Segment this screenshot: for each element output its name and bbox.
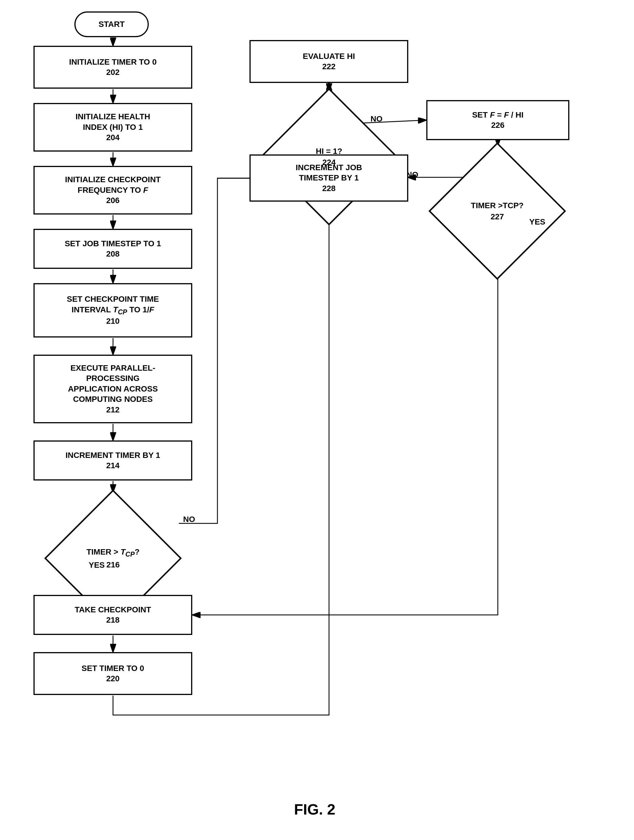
node-227-diamond: TIMER >TCP?227 xyxy=(432,145,563,277)
node-206-label: INITIALIZE CHECKPOINTFREQUENCY TO F206 xyxy=(65,174,161,206)
node-212-label: EXECUTE PARALLEL-PROCESSINGAPPLICATION A… xyxy=(68,363,158,415)
node-210: SET CHECKPOINT TIMEINTERVAL TCP TO 1/F21… xyxy=(33,283,192,338)
node-216-label: TIMER > TCP?216 xyxy=(86,548,140,569)
node-206: INITIALIZE CHECKPOINTFREQUENCY TO F206 xyxy=(33,166,192,215)
node-212: EXECUTE PARALLEL-PROCESSINGAPPLICATION A… xyxy=(33,355,192,423)
fig-caption: FIG. 2 xyxy=(229,801,400,818)
node-208: SET JOB TIMESTEP TO 1208 xyxy=(33,229,192,269)
node-222-label: EVALUATE HI222 xyxy=(303,51,355,72)
node-220: SET TIMER TO 0220 xyxy=(33,652,192,695)
node-218-label: TAKE CHECKPOINT218 xyxy=(75,605,151,625)
node-202: INITIALIZE TIMER TO 0202 xyxy=(33,46,192,88)
node-226: SET F = F / HI226 xyxy=(426,100,569,140)
node-204: INITIALIZE HEALTHINDEX (HI) TO 1204 xyxy=(33,103,192,152)
label-no-224: NO xyxy=(370,114,383,123)
node-226-label: SET F = F / HI226 xyxy=(472,110,523,131)
label-yes-227: YES xyxy=(529,217,545,226)
node-224-label: HI = 1?224 xyxy=(316,147,343,167)
node-222: EVALUATE HI222 xyxy=(250,40,408,83)
node-204-label: INITIALIZE HEALTHINDEX (HI) TO 1204 xyxy=(76,112,150,143)
node-227-label: TIMER >TCP?227 xyxy=(471,201,523,221)
node-208-label: SET JOB TIMESTEP TO 1208 xyxy=(65,238,161,259)
flowchart: START INITIALIZE TIMER TO 0202 INITIALIZ… xyxy=(0,0,634,840)
node-220-label: SET TIMER TO 0220 xyxy=(82,663,144,684)
node-210-label: SET CHECKPOINT TIMEINTERVAL TCP TO 1/F21… xyxy=(66,294,159,327)
node-214: INCREMENT TIMER BY 1214 xyxy=(33,441,192,480)
start-label: START xyxy=(98,19,125,30)
node-214-label: INCREMENT TIMER BY 1214 xyxy=(65,450,160,471)
label-no-216: NO xyxy=(183,515,195,524)
node-202-label: INITIALIZE TIMER TO 0202 xyxy=(69,57,157,78)
fig-label: FIG. 2 xyxy=(294,801,335,818)
start-node: START xyxy=(74,11,149,37)
node-218: TAKE CHECKPOINT218 xyxy=(33,595,192,635)
